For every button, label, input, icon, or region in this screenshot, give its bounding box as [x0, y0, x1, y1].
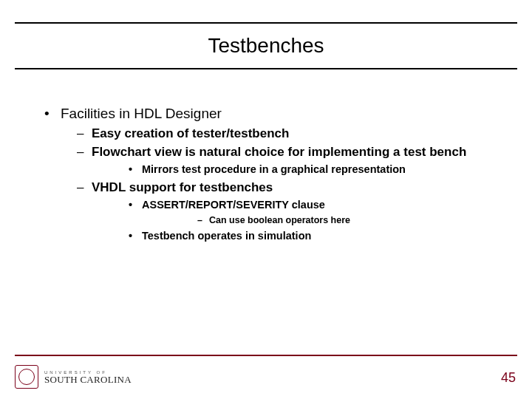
bullet-text: VHDL support for testbenches	[92, 180, 273, 194]
bullet-text: Testbench operates in simulation	[142, 230, 311, 242]
bullet-l3: ASSERT/REPORT/SEVERITY clause Can use bo…	[129, 198, 502, 226]
top-rule-2	[15, 68, 517, 69]
bullet-l4: Can use boolean operators here	[197, 214, 502, 226]
bullet-text: Flowchart view is natural choice for imp…	[92, 145, 466, 159]
logo-seal-icon	[15, 365, 38, 389]
page-number: 45	[501, 370, 516, 386]
slide-body: Facilities in HDL Designer Easy creation…	[44, 105, 502, 249]
bullet-text: Mirrors test procedure in a graphical re…	[142, 163, 406, 175]
bullet-text: ASSERT/REPORT/SEVERITY clause	[142, 199, 325, 211]
bullet-text: Can use boolean operators here	[209, 215, 350, 225]
university-logo: UNIVERSITY OF SOUTH CAROLINA	[15, 362, 177, 392]
bullet-l2: Flowchart view is natural choice for imp…	[77, 144, 502, 177]
bullet-text: Facilities in HDL Designer	[61, 106, 222, 121]
top-rule-1	[15, 22, 517, 24]
bullet-l2: VHDL support for testbenches ASSERT/REPO…	[77, 180, 502, 243]
bullet-l3: Testbench operates in simulation	[129, 229, 502, 243]
logo-text: UNIVERSITY OF SOUTH CAROLINA	[44, 370, 132, 384]
bullet-l3: Mirrors test procedure in a graphical re…	[129, 163, 502, 177]
footer-rule	[15, 355, 517, 356]
bullet-text: Easy creation of tester/testbench	[92, 126, 289, 140]
slide-title: Testbenches	[0, 34, 532, 58]
logo-main-text: SOUTH CAROLINA	[44, 375, 132, 384]
bullet-l2: Easy creation of tester/testbench	[77, 126, 502, 141]
slide: Testbenches Facilities in HDL Designer E…	[0, 0, 532, 399]
bullet-l1: Facilities in HDL Designer Easy creation…	[44, 105, 502, 243]
